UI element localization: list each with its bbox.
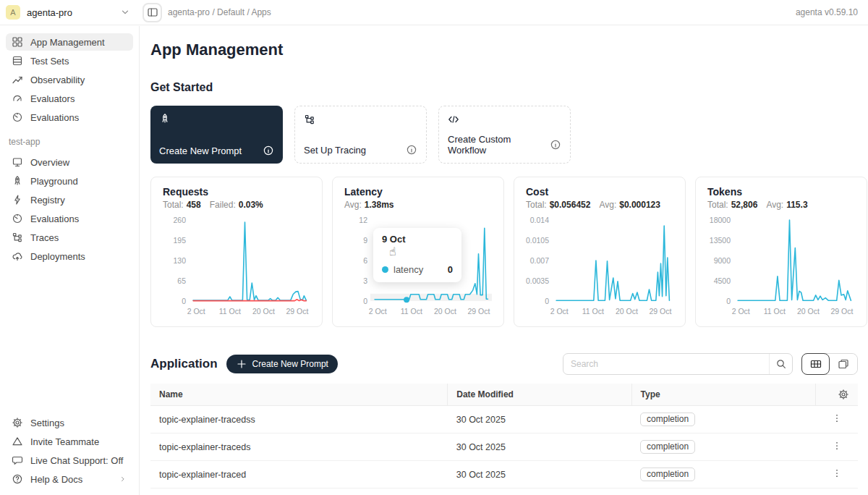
app-nav-item-playground[interactable]: Playground xyxy=(6,172,133,190)
stat: Total:52,806 xyxy=(707,200,757,210)
item-label: App Management xyxy=(30,37,105,48)
workspace-avatar: A xyxy=(6,5,20,20)
card-label: Create New Prompt xyxy=(159,145,242,156)
svg-text:130: 130 xyxy=(173,256,186,265)
search-input[interactable] xyxy=(563,359,769,369)
footer-item-live-chat-support-off[interactable]: Live Chat Support: Off xyxy=(6,452,133,469)
rocket-icon xyxy=(159,113,274,124)
plus-icon xyxy=(236,358,247,370)
card-view-button[interactable] xyxy=(829,354,857,374)
svg-text:20 Oct: 20 Oct xyxy=(434,307,456,316)
cloud-icon xyxy=(12,250,23,262)
app-nav-item-evaluations[interactable]: Evaluations xyxy=(6,210,133,227)
type-cell: completion xyxy=(631,433,815,461)
svg-text:0.014: 0.014 xyxy=(530,216,549,224)
speedo-icon xyxy=(12,213,23,224)
search-icon[interactable] xyxy=(769,354,792,374)
svg-text:9: 9 xyxy=(363,236,367,245)
chart-card-requests: RequestsTotal:458Failed:0.03%06513019526… xyxy=(150,177,323,327)
row-menu-icon[interactable] xyxy=(832,468,842,478)
app-name-cell[interactable]: career-assessment xyxy=(150,488,448,495)
chart-stats: Avg:1.38ms xyxy=(344,200,492,210)
workspace-selector[interactable]: A agenta-pro xyxy=(0,5,140,20)
type-badge: completion xyxy=(640,412,695,426)
sidebar: App ManagementTest SetsObservabilityEval… xyxy=(0,26,140,495)
create-button-label: Create New Prompt xyxy=(252,359,328,369)
info-icon[interactable] xyxy=(263,145,274,156)
svg-text:0.0105: 0.0105 xyxy=(526,236,549,245)
svg-text:11 Oct: 11 Oct xyxy=(219,307,241,316)
date-modified-cell: 30 Oct 2025 xyxy=(448,461,631,488)
item-label: Deployments xyxy=(30,251,85,262)
type-cell: completion xyxy=(631,461,815,488)
sidebar-item-evaluations[interactable]: Evaluations xyxy=(6,109,133,126)
item-label: Playground xyxy=(30,176,78,187)
column-header-type[interactable]: Type xyxy=(631,384,815,406)
breadcrumb[interactable]: agenta-pro / Default / Apps xyxy=(168,7,271,17)
row-menu-icon[interactable] xyxy=(832,441,842,451)
app-nav-item-traces[interactable]: Traces xyxy=(6,229,133,246)
chat-icon xyxy=(12,454,23,466)
footer-item-settings[interactable]: Settings xyxy=(6,414,133,431)
panel-icon xyxy=(147,7,158,18)
chart-title: Latency xyxy=(344,186,492,198)
svg-text:0: 0 xyxy=(726,297,731,305)
item-label: Evaluations xyxy=(30,213,79,224)
svg-text:0.007: 0.007 xyxy=(530,256,549,265)
column-header-name[interactable]: Name xyxy=(150,384,448,406)
create-new-prompt-card[interactable]: Create New Prompt xyxy=(150,106,283,164)
date-modified-cell: 30 Oct 2025 xyxy=(448,433,631,461)
help-icon xyxy=(12,473,23,485)
sidebar-item-app-management[interactable]: App Management xyxy=(6,33,133,51)
type-cell: completion xyxy=(631,488,815,495)
code-icon xyxy=(448,114,561,125)
svg-text:11 Oct: 11 Oct xyxy=(401,307,422,316)
svg-text:2 Oct: 2 Oct xyxy=(187,307,205,316)
footer-item-invite-teammate[interactable]: Invite Teammate xyxy=(6,433,133,450)
column-settings-gear-icon[interactable] xyxy=(838,389,849,400)
sidebar-item-evaluators[interactable]: Evaluators xyxy=(6,90,133,107)
row-menu-icon[interactable] xyxy=(832,413,842,423)
create-new-prompt-button[interactable]: Create New Prompt xyxy=(226,355,338,373)
set-up-tracing-card[interactable]: Set Up Tracing xyxy=(294,106,427,164)
item-label: Observability xyxy=(30,75,85,85)
sidebar-footer-nav: SettingsInvite TeammateLive Chat Support… xyxy=(6,414,133,489)
main-content: App Management Get Started Create New Pr… xyxy=(140,26,868,495)
create-custom-workflow-card[interactable]: Create Custom Workflow xyxy=(438,106,571,164)
svg-text:20 Oct: 20 Oct xyxy=(252,307,275,316)
svg-text:6: 6 xyxy=(363,256,367,265)
svg-text:13500: 13500 xyxy=(710,236,731,245)
chart-title: Cost xyxy=(526,186,673,198)
sidebar-main-nav: App ManagementTest SetsObservabilityEval… xyxy=(6,33,133,127)
sidebar-item-test-sets[interactable]: Test Sets xyxy=(6,52,133,69)
date-modified-cell: 27 Oct 2025 xyxy=(448,488,631,495)
app-nav-item-deployments[interactable]: Deployments xyxy=(6,248,133,265)
card-label: Set Up Tracing xyxy=(304,145,366,156)
table-view-button[interactable] xyxy=(801,353,830,375)
top-bar: A agenta-pro agenta-pro / Default / Apps… xyxy=(0,0,868,25)
svg-text:11 Oct: 11 Oct xyxy=(764,307,786,316)
table-row[interactable]: career-assessment27 Oct 2025completion xyxy=(150,488,858,495)
table-row[interactable]: topic-explainer-traced30 Oct 2025complet… xyxy=(150,461,858,488)
app-nav-item-overview[interactable]: Overview xyxy=(6,153,133,171)
info-icon[interactable] xyxy=(406,144,417,156)
table-row[interactable]: topic-explainer-tracedss30 Oct 2025compl… xyxy=(150,406,858,433)
get-started-cards: Create New Prompt Set Up Tracing Create … xyxy=(150,106,858,164)
applications-table: Name Date Modified Type topic-explainer-… xyxy=(150,384,858,495)
item-label: Settings xyxy=(30,418,64,428)
svg-text:9000: 9000 xyxy=(714,256,731,265)
column-header-date-modified[interactable]: Date Modified xyxy=(448,384,631,406)
app-name-cell[interactable]: topic-explainer-traceds xyxy=(150,433,448,461)
info-icon[interactable] xyxy=(550,139,561,151)
chart-card-cost: CostTotal:$0.056452Avg:$0.00012300.00350… xyxy=(514,177,686,327)
footer-item-help-docs[interactable]: Help & Docs xyxy=(6,470,133,488)
chart-tooltip: 9 Oct☝latency0 xyxy=(373,228,461,282)
app-name-cell[interactable]: topic-explainer-traced xyxy=(150,461,448,488)
stat: Failed:0.03% xyxy=(210,200,263,210)
sidebar-item-observability[interactable]: Observability xyxy=(6,71,133,88)
app-name-cell[interactable]: topic-explainer-tracedss xyxy=(150,406,448,433)
sidebar-toggle-button[interactable] xyxy=(142,3,162,22)
chart-plot: 00.00350.0070.01050.0142 Oct11 Oct20 Oct… xyxy=(526,214,673,323)
app-nav-item-registry[interactable]: Registry xyxy=(6,191,133,208)
table-row[interactable]: topic-explainer-traceds30 Oct 2025comple… xyxy=(150,433,858,461)
